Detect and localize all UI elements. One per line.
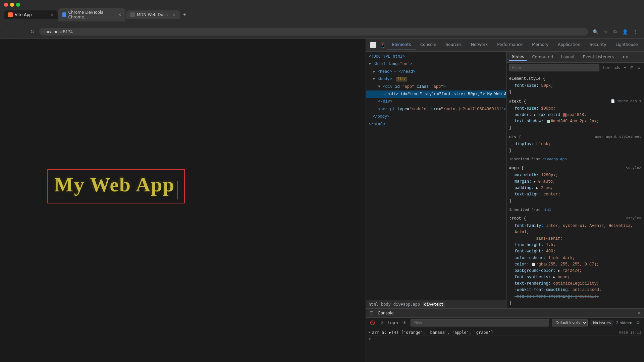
rule-prop-font-size-inline[interactable]: font-size: 50px; <box>509 83 641 89</box>
extensions-button[interactable]: ⧉ <box>611 27 619 36</box>
styles-add-btn[interactable]: + <box>623 65 628 71</box>
dom-div-app[interactable]: ▼ <div id="app" class="app"> <box>366 83 506 90</box>
rule-prop-font-weight[interactable]: font-weight: 400; <box>509 248 641 255</box>
new-tab-button[interactable]: + <box>180 10 189 19</box>
styles-tab-computed[interactable]: Computed <box>529 53 555 61</box>
breadcrumb-div-app[interactable]: div#app.app <box>393 302 420 307</box>
menu-button[interactable]: ⋮ <box>631 27 640 36</box>
inherited-from-app: Inherited from div#app.app <box>506 155 644 164</box>
styles-computed-btn[interactable]: ≡ <box>636 65 641 71</box>
rule-prop-font-synthesis[interactable]: font-synthesis: ▶ none; <box>509 274 641 281</box>
rule-prop-padding[interactable]: padding: ▶ 2rem; <box>509 185 641 191</box>
tab-elements[interactable]: Elements <box>387 40 416 50</box>
styles-tab-styles[interactable]: Styles <box>509 53 527 61</box>
profile-button[interactable]: 👤 <box>620 27 630 36</box>
dom-div-close[interactable]: </div> <box>366 98 506 105</box>
rule-prop-text-rendering[interactable]: text-rendering: optimizeLegibility; <box>509 281 641 287</box>
tab-devtools[interactable]: Chrome DevTools | Chrome... ✕ <box>58 8 125 21</box>
back-button[interactable]: ← <box>4 27 13 36</box>
dom-body[interactable]: ▼ <body> flex <box>366 75 506 83</box>
rule-brace-close-3: } <box>509 147 641 154</box>
console-status: No Issues 2 hidden ⚙ <box>590 320 641 326</box>
console-settings-btn[interactable]: ⚙ <box>635 320 641 326</box>
dom-script[interactable]: <script type="module" src="/main.js?t=17… <box>366 106 506 113</box>
rule-prop-text-shadow[interactable]: text-shadow: #acd3d0 4px 2px 2px; <box>509 118 641 125</box>
reload-button[interactable]: ↻ <box>28 27 37 36</box>
rule-prop-font-family[interactable]: font-family: Inter, system-ui, Avenir, H… <box>509 223 641 236</box>
dom-body-close[interactable]: </body> <box>366 113 506 120</box>
rule-prop-moz[interactable]: -moz-osx-font-smoothing: grayscale; <box>509 294 641 300</box>
tab-vite-app[interactable]: Vite App ✕ <box>4 10 58 19</box>
styles-content: element.style { font-size: 50px; } #text… <box>506 73 644 308</box>
address-bar[interactable] <box>39 28 588 36</box>
rule-selector-app: #app { <style> <box>509 165 641 172</box>
styles-layout-btn[interactable]: ⊞ <box>629 65 635 71</box>
rule-prop-border[interactable]: border: ▶ 2px solid #ea4848; <box>509 112 641 118</box>
dom-head[interactable]: ▶ <head> ⋯ </head> <box>366 68 506 75</box>
rule-prop-margin[interactable]: margin: ▶ 0 auto; <box>509 179 641 185</box>
rule-prop-display[interactable]: display: block; <box>509 141 641 147</box>
device-icon-btn[interactable]: 📱 <box>378 41 387 50</box>
tab-lighthouse[interactable]: Lighthouse <box>611 40 642 50</box>
dom-div-text[interactable]: … <div id="text" style="font-size: 50px;… <box>366 90 506 98</box>
console-filter-input[interactable] <box>411 319 549 326</box>
rule-prop-background-color[interactable]: background-color: ▶ #242424; <box>509 268 641 274</box>
breadcrumb-body[interactable]: body <box>381 302 391 307</box>
bookmark-button[interactable]: ☆ <box>602 27 610 36</box>
rule-prop-webkit[interactable]: -webkit-font-smoothing: antialiased; <box>509 287 641 293</box>
log-expand-arrow[interactable]: ▶ <box>369 330 371 334</box>
console-eye-btn[interactable]: 👁 <box>401 320 408 326</box>
rule-brace-close-5: } <box>509 300 641 306</box>
console-close-btn[interactable]: ✕ <box>637 310 641 316</box>
tab-performance[interactable]: Performance <box>492 40 527 50</box>
styles-tab-layout[interactable]: Layout <box>558 53 578 61</box>
devtools-panel: ⬜ 📱 Elements Console Sources Network Per… <box>366 39 644 362</box>
dom-html-close[interactable]: </html> <box>366 121 506 128</box>
traffic-light-green[interactable] <box>16 3 20 7</box>
forward-button[interactable]: → <box>16 27 25 36</box>
rule-prop-font-size[interactable]: font-size: 100px; <box>509 106 641 112</box>
rule-prop-text-align[interactable]: text-align: center; <box>509 191 641 198</box>
console-top-dropdown[interactable]: top ▼ <box>388 320 398 325</box>
tab-close-2[interactable]: ✕ <box>118 12 121 17</box>
tab-network[interactable]: Network <box>466 40 492 50</box>
elements-panel: <!DOCTYPE html> ▼ <html lang="en"> ▶ <he… <box>366 52 506 308</box>
breadcrumb-html[interactable]: html <box>369 302 378 307</box>
no-issues-badge: No Issues <box>590 320 613 326</box>
console-level-select[interactable]: Default levels <box>552 319 588 326</box>
tab-mdn[interactable]: MDN Web Docs ✕ <box>126 10 180 19</box>
dom-doctype[interactable]: <!DOCTYPE html> <box>366 53 506 60</box>
tab-label-3: MDN Web Docs <box>137 12 168 17</box>
tab-sources[interactable]: Sources <box>441 40 466 50</box>
tab-close-1[interactable]: ✕ <box>50 12 54 17</box>
dom-html[interactable]: ▼ <html lang="en"> <box>366 60 506 68</box>
inspect-icon-btn[interactable]: ⬜ <box>369 41 378 50</box>
main-layout: My Web App ⬜ 📱 Elements Console Sources … <box>0 39 644 362</box>
log-source[interactable]: main.js:11 <box>619 330 641 335</box>
devtools-settings-btn[interactable]: ⚙ <box>643 41 644 49</box>
console-drawer-btn[interactable]: ☰ <box>369 310 375 316</box>
tab-application[interactable]: Application <box>553 40 585 50</box>
tab-security[interactable]: Security <box>585 40 611 50</box>
styles-cls-btn[interactable]: .cls <box>612 65 621 71</box>
console-filter-icon-btn[interactable]: ⊘ <box>379 320 385 326</box>
rule-prop-color[interactable]: color: rgba(255, 255, 255, 0.87); <box>509 261 641 268</box>
rule-prop-max-width[interactable]: max-width: 1280px; <box>509 172 641 179</box>
search-button[interactable]: 🔍 <box>591 27 600 36</box>
web-app-box: My Web App <box>47 169 185 203</box>
styles-filter-input[interactable] <box>509 64 599 71</box>
tab-console[interactable]: Console <box>416 40 441 50</box>
tab-close-3[interactable]: ✕ <box>172 12 176 17</box>
console-clear-btn[interactable]: 🚫 <box>369 320 376 326</box>
tab-memory[interactable]: Memory <box>527 40 553 50</box>
rule-prop-line-height[interactable]: line-height: 1.5; <box>509 242 641 248</box>
styles-hov-btn[interactable]: :hov <box>601 65 611 71</box>
traffic-light-red[interactable] <box>4 3 8 7</box>
styles-more-btn[interactable]: >> <box>619 53 631 61</box>
breadcrumb-div-text[interactable]: div#text <box>423 302 445 307</box>
traffic-light-yellow[interactable] <box>10 3 14 7</box>
console-prompt-line[interactable]: > <box>369 336 641 342</box>
rule-prop-color-scheme[interactable]: color-scheme: light dark; <box>509 255 641 261</box>
styles-tab-event-listeners[interactable]: Event Listeners <box>580 53 617 61</box>
console-header: ☰ Console ✕ <box>366 309 644 318</box>
